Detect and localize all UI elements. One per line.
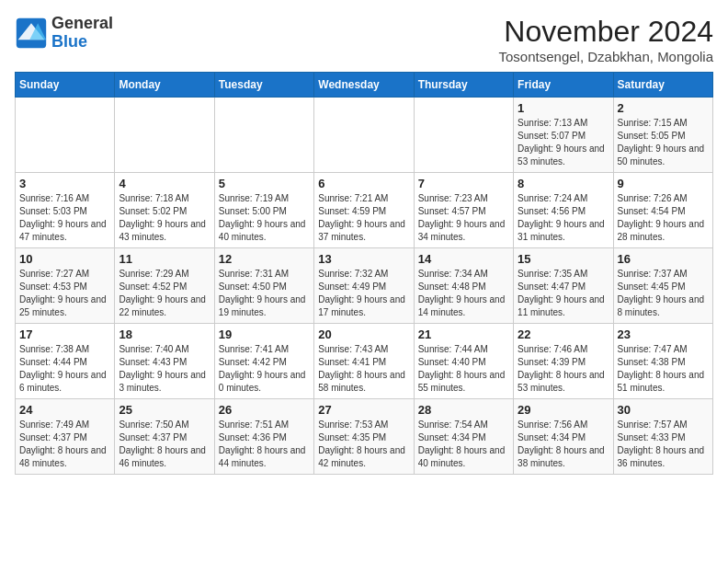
day-info: Sunrise: 7:43 AM Sunset: 4:41 PM Dayligh… [318,343,409,395]
day-info: Sunrise: 7:57 AM Sunset: 4:33 PM Dayligh… [618,419,709,470]
day-number: 27 [318,403,409,417]
day-cell: 15Sunrise: 7:35 AM Sunset: 4:47 PM Dayli… [514,248,613,324]
day-number: 21 [418,327,509,341]
weekday-header-saturday: Saturday [613,73,712,98]
day-cell [214,98,313,173]
day-info: Sunrise: 7:35 AM Sunset: 4:47 PM Dayligh… [518,268,609,319]
day-info: Sunrise: 7:24 AM Sunset: 4:56 PM Dayligh… [518,192,609,244]
day-info: Sunrise: 7:46 AM Sunset: 4:39 PM Dayligh… [518,343,609,395]
header: General Blue November 2024 Tosontsengel,… [15,15,713,64]
day-number: 14 [418,252,509,266]
week-row-5: 24Sunrise: 7:49 AM Sunset: 4:37 PM Dayli… [16,399,713,475]
day-cell [16,98,115,173]
day-cell: 23Sunrise: 7:47 AM Sunset: 4:38 PM Dayli… [613,324,712,399]
week-row-4: 17Sunrise: 7:38 AM Sunset: 4:44 PM Dayli… [16,324,713,399]
day-info: Sunrise: 7:26 AM Sunset: 4:54 PM Dayligh… [618,192,709,244]
weekday-header-thursday: Thursday [414,73,513,98]
week-row-2: 3Sunrise: 7:16 AM Sunset: 5:03 PM Daylig… [16,173,713,248]
day-cell: 8Sunrise: 7:24 AM Sunset: 4:56 PM Daylig… [514,173,613,248]
day-cell: 6Sunrise: 7:21 AM Sunset: 4:59 PM Daylig… [314,173,414,248]
day-cell: 24Sunrise: 7:49 AM Sunset: 4:37 PM Dayli… [16,399,115,475]
day-number: 26 [219,403,310,417]
day-cell: 3Sunrise: 7:16 AM Sunset: 5:03 PM Daylig… [16,173,115,248]
day-cell: 20Sunrise: 7:43 AM Sunset: 4:41 PM Dayli… [314,324,414,399]
day-cell: 5Sunrise: 7:19 AM Sunset: 5:00 PM Daylig… [214,173,313,248]
day-number: 22 [518,327,609,341]
day-cell: 28Sunrise: 7:54 AM Sunset: 4:34 PM Dayli… [414,399,513,475]
day-cell: 17Sunrise: 7:38 AM Sunset: 4:44 PM Dayli… [16,324,115,399]
day-cell: 29Sunrise: 7:56 AM Sunset: 4:34 PM Dayli… [514,399,613,475]
day-number: 28 [418,403,509,417]
day-number: 8 [518,177,609,190]
calendar-table: SundayMondayTuesdayWednesdayThursdayFrid… [15,72,713,475]
day-number: 16 [618,252,709,266]
weekday-header-friday: Friday [514,73,613,98]
day-info: Sunrise: 7:29 AM Sunset: 4:52 PM Dayligh… [119,268,210,319]
day-number: 19 [219,327,310,341]
weekday-header-wednesday: Wednesday [314,73,414,98]
weekday-header-tuesday: Tuesday [214,73,313,98]
logo: General Blue [15,15,113,52]
day-cell: 9Sunrise: 7:26 AM Sunset: 4:54 PM Daylig… [613,173,712,248]
day-info: Sunrise: 7:23 AM Sunset: 4:57 PM Dayligh… [418,192,509,244]
weekday-header-sunday: Sunday [16,73,115,98]
week-row-1: 1Sunrise: 7:13 AM Sunset: 5:07 PM Daylig… [16,98,713,173]
day-number: 20 [318,327,409,341]
day-cell [115,98,214,173]
month-title: November 2024 [499,15,713,49]
day-info: Sunrise: 7:16 AM Sunset: 5:03 PM Dayligh… [19,192,110,244]
day-cell: 2Sunrise: 7:15 AM Sunset: 5:05 PM Daylig… [613,98,712,173]
day-number: 29 [518,403,609,417]
day-cell: 22Sunrise: 7:46 AM Sunset: 4:39 PM Dayli… [514,324,613,399]
day-info: Sunrise: 7:56 AM Sunset: 4:34 PM Dayligh… [518,419,609,470]
day-number: 2 [618,101,709,115]
day-number: 15 [518,252,609,266]
title-area: November 2024 Tosontsengel, Dzabkhan, Mo… [499,15,713,64]
weekday-header-row: SundayMondayTuesdayWednesdayThursdayFrid… [16,73,713,98]
day-cell: 10Sunrise: 7:27 AM Sunset: 4:53 PM Dayli… [16,248,115,324]
day-info: Sunrise: 7:53 AM Sunset: 4:35 PM Dayligh… [318,419,409,470]
week-row-3: 10Sunrise: 7:27 AM Sunset: 4:53 PM Dayli… [16,248,713,324]
day-info: Sunrise: 7:18 AM Sunset: 5:02 PM Dayligh… [119,192,210,244]
day-info: Sunrise: 7:34 AM Sunset: 4:48 PM Dayligh… [418,268,509,319]
day-info: Sunrise: 7:54 AM Sunset: 4:34 PM Dayligh… [418,419,509,470]
day-cell: 26Sunrise: 7:51 AM Sunset: 4:36 PM Dayli… [214,399,313,475]
day-number: 3 [19,177,110,190]
day-number: 23 [618,327,709,341]
day-cell: 16Sunrise: 7:37 AM Sunset: 4:45 PM Dayli… [613,248,712,324]
day-cell: 25Sunrise: 7:50 AM Sunset: 4:37 PM Dayli… [115,399,214,475]
day-cell [314,98,414,173]
day-number: 6 [318,177,409,190]
day-info: Sunrise: 7:31 AM Sunset: 4:50 PM Dayligh… [219,268,310,319]
day-cell [414,98,513,173]
day-number: 11 [119,252,210,266]
weekday-header-monday: Monday [115,73,214,98]
day-info: Sunrise: 7:49 AM Sunset: 4:37 PM Dayligh… [19,419,110,470]
day-cell: 21Sunrise: 7:44 AM Sunset: 4:40 PM Dayli… [414,324,513,399]
day-info: Sunrise: 7:51 AM Sunset: 4:36 PM Dayligh… [219,419,310,470]
day-number: 12 [219,252,310,266]
day-info: Sunrise: 7:47 AM Sunset: 4:38 PM Dayligh… [618,343,709,395]
day-info: Sunrise: 7:19 AM Sunset: 5:00 PM Dayligh… [219,192,310,244]
logo-icon [15,17,48,50]
day-number: 7 [418,177,509,190]
day-info: Sunrise: 7:21 AM Sunset: 4:59 PM Dayligh… [318,192,409,244]
day-cell: 18Sunrise: 7:40 AM Sunset: 4:43 PM Dayli… [115,324,214,399]
day-info: Sunrise: 7:37 AM Sunset: 4:45 PM Dayligh… [618,268,709,319]
day-info: Sunrise: 7:40 AM Sunset: 4:43 PM Dayligh… [119,343,210,395]
day-number: 30 [618,403,709,417]
day-cell: 1Sunrise: 7:13 AM Sunset: 5:07 PM Daylig… [514,98,613,173]
day-number: 18 [119,327,210,341]
day-cell: 12Sunrise: 7:31 AM Sunset: 4:50 PM Dayli… [214,248,313,324]
day-info: Sunrise: 7:38 AM Sunset: 4:44 PM Dayligh… [19,343,110,395]
day-info: Sunrise: 7:32 AM Sunset: 4:49 PM Dayligh… [318,268,409,319]
day-cell: 13Sunrise: 7:32 AM Sunset: 4:49 PM Dayli… [314,248,414,324]
day-number: 9 [618,177,709,190]
day-info: Sunrise: 7:13 AM Sunset: 5:07 PM Dayligh… [518,117,609,168]
day-number: 17 [19,327,110,341]
day-cell: 19Sunrise: 7:41 AM Sunset: 4:42 PM Dayli… [214,324,313,399]
day-cell: 30Sunrise: 7:57 AM Sunset: 4:33 PM Dayli… [613,399,712,475]
day-info: Sunrise: 7:15 AM Sunset: 5:05 PM Dayligh… [618,117,709,168]
day-number: 13 [318,252,409,266]
day-number: 4 [119,177,210,190]
